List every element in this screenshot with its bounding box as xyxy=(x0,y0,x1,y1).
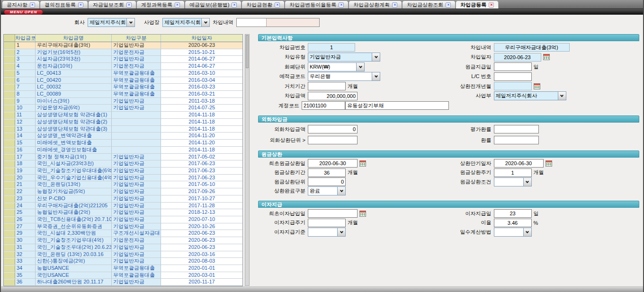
cell-name[interactable]: 신보 P-CBO xyxy=(36,195,112,202)
cell-name[interactable]: 농협장기차입금(5억) xyxy=(36,188,112,195)
cell-name[interactable]: 미래에셋_경영인보험대출 xyxy=(36,147,112,153)
cell-type[interactable] xyxy=(112,126,161,133)
table-row[interactable]: 21국민_온랜딩(13억)기업일반자금2017-05-10 xyxy=(4,181,242,188)
tab-item[interactable]: 공지사항× xyxy=(2,0,40,9)
table-vertical-scrollbar[interactable] xyxy=(245,34,250,286)
cell-type[interactable]: 기업일반자금 xyxy=(112,244,161,251)
cell-code[interactable]: 1 xyxy=(15,42,36,49)
repay-maturity-date-input[interactable]: 2020-06-30 xyxy=(494,159,544,168)
scrollbar-thumb[interactable] xyxy=(246,35,249,68)
cell-type[interactable]: 기업일반자금 xyxy=(112,209,161,216)
cell-code[interactable]: 27 xyxy=(15,223,36,230)
exchange-rate-input[interactable] xyxy=(494,136,539,144)
table-row[interactable]: 2기업기보(16억5천)기업운전자금2015-10-21 xyxy=(4,49,242,56)
table-row[interactable]: 32국민_온랜딩 (13억) 20.03.16기업일반자금2020-03-16 xyxy=(4,251,242,258)
table-row[interactable]: 3시설자금(23억3천)기업일반자금2014-06-27 xyxy=(4,56,242,63)
cell-date[interactable]: 2011-03-18 xyxy=(161,98,242,105)
cell-type[interactable] xyxy=(112,112,161,118)
cell-type[interactable]: 기업운전자금 xyxy=(112,63,161,70)
loan-type-select[interactable]: 기업일반자금 xyxy=(308,53,380,62)
cell-type[interactable]: 기업일반자금 xyxy=(112,203,161,209)
cell-name[interactable]: 농협USANCE xyxy=(36,265,112,272)
row-selector-cell[interactable] xyxy=(4,258,15,265)
calendar-icon[interactable] xyxy=(546,160,552,167)
cell-date[interactable]: 2020-06-23 xyxy=(161,230,242,237)
cell-type[interactable]: 기업일반자금 xyxy=(112,195,161,202)
cell-date[interactable]: 2017-05-02 xyxy=(161,154,242,160)
cell-type[interactable]: 기업일반자금 xyxy=(112,251,161,258)
cell-date[interactable]: 2014-11-20 xyxy=(161,140,242,146)
cell-type[interactable]: 기업일반자금 xyxy=(112,279,161,285)
loan-desc-code-input[interactable] xyxy=(237,18,266,27)
tab-item[interactable]: 자금일보조회× xyxy=(88,0,136,9)
row-selector-cell[interactable] xyxy=(4,251,15,258)
row-selector-cell[interactable] xyxy=(4,175,15,181)
chevron-down-icon[interactable] xyxy=(523,178,531,186)
row-selector-cell[interactable] xyxy=(4,147,15,153)
cell-date[interactable]: 2020-11-17 xyxy=(161,279,242,285)
cell-date[interactable]: 2014-11-18 xyxy=(161,112,242,118)
cell-name[interactable]: 삼성생명_변액약관대출 xyxy=(36,133,112,139)
cell-type[interactable] xyxy=(112,133,161,139)
tab-close-icon[interactable]: × xyxy=(232,2,237,8)
row-selector-cell[interactable] xyxy=(4,279,15,285)
cell-code[interactable]: 32 xyxy=(15,251,36,258)
menu-open-button[interactable]: MENU OPEN xyxy=(4,9,43,15)
table-row[interactable]: 7LC_00032무역포괄금융대출2016-03-23 xyxy=(4,84,242,91)
cell-date[interactable]: 2014-11-20 xyxy=(161,133,242,139)
cell-name[interactable]: 국민_기술창조우대(2억) 20.6.23 xyxy=(36,244,112,251)
table-row[interactable]: 29국민_시설대 2,330백만원구조개선시설자금대출2020-06-23 xyxy=(4,230,242,237)
cell-date[interactable]: 2020-03-01 xyxy=(161,272,242,279)
cell-date[interactable]: 2020-07-10 xyxy=(161,216,242,223)
row-selector-cell[interactable] xyxy=(4,237,15,244)
table-row[interactable]: 6LC_00420무역포괄금융대출2016-03-04 xyxy=(4,77,242,84)
currency-unit-select[interactable]: KRW(₩) xyxy=(308,62,365,71)
repay-complete-type-select[interactable]: 완료 xyxy=(308,186,346,195)
row-selector-cell[interactable] xyxy=(4,216,15,223)
tab-close-icon[interactable]: × xyxy=(30,2,35,8)
table-row[interactable]: 24우리구매자금대출(2억)221205기업일반자금2017-11-28 xyxy=(4,203,242,210)
cell-type[interactable]: 기업일반자금 xyxy=(112,56,161,62)
table-row[interactable]: 10기업운영자금(6억)기업일반자금2014-07-25 xyxy=(4,105,242,112)
table-row[interactable]: 4운전자금(10억)기업운전자금2014-06-27 xyxy=(4,63,242,70)
cell-type[interactable]: 기업일반자금 xyxy=(112,168,161,174)
chevron-down-icon[interactable] xyxy=(337,187,345,195)
cell-code[interactable]: 3 xyxy=(15,56,36,62)
cell-date[interactable]: 2017-09-26 xyxy=(161,188,242,195)
cell-type[interactable]: 기업일반자금 xyxy=(112,188,161,195)
row-selector-cell[interactable] xyxy=(4,119,15,125)
table-row[interactable]: 1우리구매자금대출(3억)기업일반자금2020-06-23 xyxy=(4,42,242,49)
cell-name[interactable]: 마이너스(3억) xyxy=(36,98,112,105)
row-selector-cell[interactable] xyxy=(4,140,15,146)
cell-type[interactable] xyxy=(112,140,161,146)
chevron-down-icon[interactable] xyxy=(356,63,364,71)
principal-repay-cycle-input[interactable]: 1 xyxy=(494,168,532,177)
cell-date[interactable]: 2020-01-01 xyxy=(161,265,242,272)
valuation-rate-input[interactable] xyxy=(494,125,539,133)
table-row[interactable]: 27부국증권_선순위유동화증권기업일반자금2020-10-26 xyxy=(4,223,242,230)
cell-code[interactable]: 12 xyxy=(15,119,36,125)
table-row[interactable]: 30국민_기술창조기업우대(4억)기업운전자금2020-06-23 xyxy=(4,237,242,244)
row-selector-cell[interactable] xyxy=(4,203,15,209)
cell-name[interactable]: 삼성생명단체보험 약관대출(2) xyxy=(36,119,112,125)
cell-name[interactable]: 국민_시설대 2,330백만원 xyxy=(36,230,112,237)
chevron-down-icon[interactable] xyxy=(201,18,209,27)
tab-close-icon[interactable]: × xyxy=(446,2,451,8)
cell-date[interactable]: 2016-03-23 xyxy=(161,84,242,90)
row-selector-cell[interactable] xyxy=(4,265,15,272)
cell-code[interactable]: 30 xyxy=(15,237,36,244)
row-selector-cell[interactable] xyxy=(4,168,15,174)
cell-name[interactable]: 우리구매자금대출(2억)221205 xyxy=(36,203,112,209)
interest-rate-input[interactable]: 3.46 xyxy=(494,219,532,227)
table-row[interactable]: 25농협일반자금대출(2억)기업일반자금2018-12-13 xyxy=(4,209,242,216)
table-row[interactable]: 14삼성생명_변액약관대출2014-11-20 xyxy=(4,133,242,140)
cell-name[interactable]: 운전자금(10억) xyxy=(36,63,112,70)
row-selector-cell[interactable] xyxy=(4,112,15,118)
cell-code[interactable]: 2 xyxy=(15,49,36,56)
cell-date[interactable]: 2017-05-10 xyxy=(161,181,242,188)
table-row[interactable]: 20국민_우수기술기업신용대출(4억)기업일반자금2017-06-23 xyxy=(4,175,242,182)
cell-date[interactable]: 2020-06-23 xyxy=(161,237,242,244)
cell-type[interactable]: 기업일반자금 xyxy=(112,105,161,111)
tab-item[interactable]: 차입금변동이율등록× xyxy=(285,0,349,9)
cell-type[interactable]: 무역포괄금융대출 xyxy=(112,91,161,97)
